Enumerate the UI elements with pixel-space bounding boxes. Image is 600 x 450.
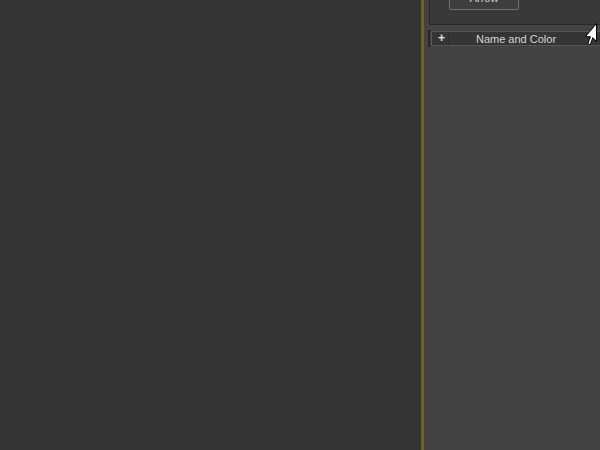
arrow-shape-button[interactable]: Arrow — [449, 0, 519, 10]
expand-plus-icon[interactable]: + — [435, 33, 449, 44]
viewport[interactable] — [0, 0, 424, 450]
rollout-title: Name and Color — [476, 33, 556, 45]
command-panel: Arrow + Name and Color — [424, 0, 600, 450]
object-type-rollout: Arrow — [429, 0, 600, 25]
mouse-cursor-icon — [584, 23, 597, 46]
name-and-color-rollout-header[interactable]: + Name and Color — [431, 31, 600, 46]
